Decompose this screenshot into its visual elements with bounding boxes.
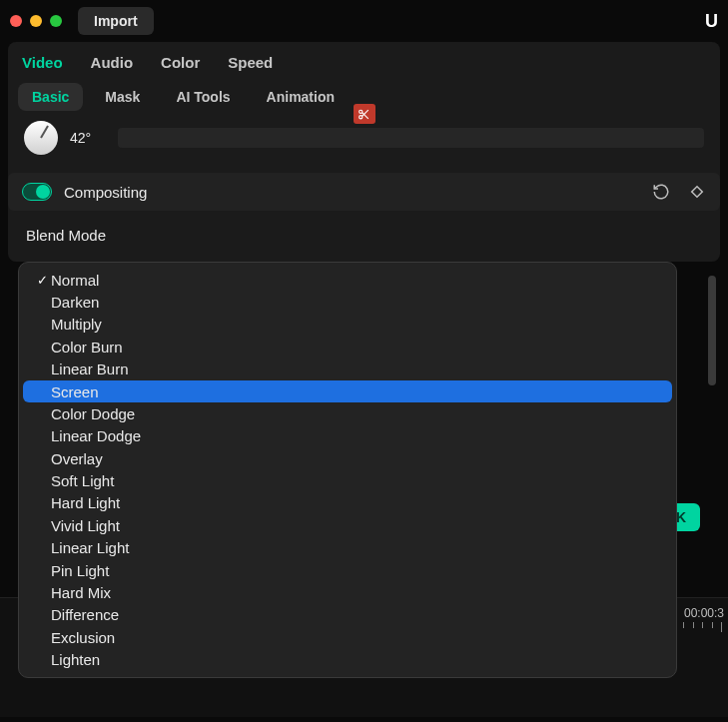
blend-option-label: Pin Light	[51, 562, 109, 579]
blend-option-label: Lighten	[51, 651, 100, 668]
rotation-slider[interactable]	[118, 128, 704, 148]
blend-option-linear-dodge[interactable]: Linear Dodge	[23, 425, 672, 447]
blend-option-multiply[interactable]: Multiply	[23, 314, 672, 336]
compositing-header: Compositing	[8, 173, 720, 211]
tab-color[interactable]: Color	[161, 54, 200, 71]
blend-option-label: Normal	[51, 272, 99, 289]
blend-option-darken[interactable]: Darken	[23, 291, 672, 313]
tab-video[interactable]: Video	[22, 54, 63, 71]
compositing-title: Compositing	[64, 184, 640, 201]
blend-option-linear-burn[interactable]: Linear Burn	[23, 359, 672, 380]
rotation-row: 42°	[8, 121, 720, 165]
vertical-scrollbar[interactable]	[708, 276, 716, 385]
blend-option-lighten[interactable]: Lighten	[23, 648, 672, 670]
blend-option-label: Linear Light	[51, 539, 129, 556]
blend-option-exclusion[interactable]: Exclusion	[23, 626, 672, 648]
titlebar: Import U	[0, 0, 728, 42]
primary-tabs: VideoAudioColorSpeed	[8, 42, 720, 79]
blend-option-label: Vivid Light	[51, 517, 120, 534]
reset-icon[interactable]	[652, 183, 670, 201]
blend-option-label: Linear Dodge	[51, 427, 141, 444]
blend-option-normal[interactable]: ✓Normal	[23, 269, 672, 291]
subtab-ai-tools[interactable]: AI Tools	[162, 83, 244, 111]
blend-option-linear-light[interactable]: Linear Light	[23, 537, 672, 559]
timeline-timecode: 00:00:3	[684, 606, 724, 620]
rotation-value: 42°	[70, 130, 106, 146]
blend-option-color-burn[interactable]: Color Burn	[23, 336, 672, 358]
blend-option-label: Multiply	[51, 316, 102, 333]
blend-option-label: Linear Burn	[51, 361, 129, 377]
blend-option-screen[interactable]: Screen	[23, 380, 672, 402]
timeline-ticks	[674, 622, 722, 632]
blend-option-label: Color Burn	[51, 339, 123, 356]
rotation-knob[interactable]	[24, 121, 58, 155]
blend-option-vivid-light[interactable]: Vivid Light	[23, 514, 672, 536]
blend-option-label: Hard Light	[51, 494, 120, 511]
subtab-animation[interactable]: Animation	[253, 83, 349, 111]
blend-option-pin-light[interactable]: Pin Light	[23, 559, 672, 581]
window-controls	[10, 15, 62, 27]
tab-audio[interactable]: Audio	[91, 54, 134, 71]
blend-option-label: Difference	[51, 606, 119, 623]
svg-rect-0	[692, 187, 703, 198]
blend-option-hard-light[interactable]: Hard Light	[23, 492, 672, 514]
compositing-toggle[interactable]	[22, 183, 52, 201]
blend-option-soft-light[interactable]: Soft Light	[23, 469, 672, 491]
blend-option-overlay[interactable]: Overlay	[23, 447, 672, 469]
minimize-window-button[interactable]	[30, 15, 42, 27]
blend-mode-dropdown[interactable]: ✓NormalDarkenMultiplyColor BurnLinear Bu…	[18, 262, 677, 678]
blend-option-hard-mix[interactable]: Hard Mix	[23, 581, 672, 603]
blend-option-label: Overlay	[51, 450, 103, 467]
blend-option-label: Darken	[51, 294, 99, 311]
blend-option-difference[interactable]: Difference	[23, 604, 672, 626]
blend-option-color-dodge[interactable]: Color Dodge	[23, 402, 672, 424]
subtab-basic[interactable]: Basic	[18, 83, 83, 111]
titlebar-right-char: U	[705, 11, 718, 32]
check-icon: ✓	[33, 273, 51, 288]
scissors-icon[interactable]	[354, 104, 375, 124]
blend-option-label: Hard Mix	[51, 584, 111, 601]
maximize-window-button[interactable]	[50, 15, 62, 27]
import-button[interactable]: Import	[78, 7, 154, 35]
keyframe-icon[interactable]	[688, 183, 706, 201]
blend-option-label: Color Dodge	[51, 405, 135, 422]
subtab-mask[interactable]: Mask	[91, 83, 154, 111]
inspector-panel: VideoAudioColorSpeed BasicMaskAI ToolsAn…	[8, 42, 720, 262]
blend-mode-label: Blend Mode	[8, 211, 720, 254]
tab-speed[interactable]: Speed	[228, 54, 273, 71]
blend-option-label: Screen	[51, 383, 99, 400]
blend-option-label: Soft Light	[51, 472, 114, 489]
blend-option-label: Exclusion	[51, 629, 115, 646]
close-window-button[interactable]	[10, 15, 22, 27]
